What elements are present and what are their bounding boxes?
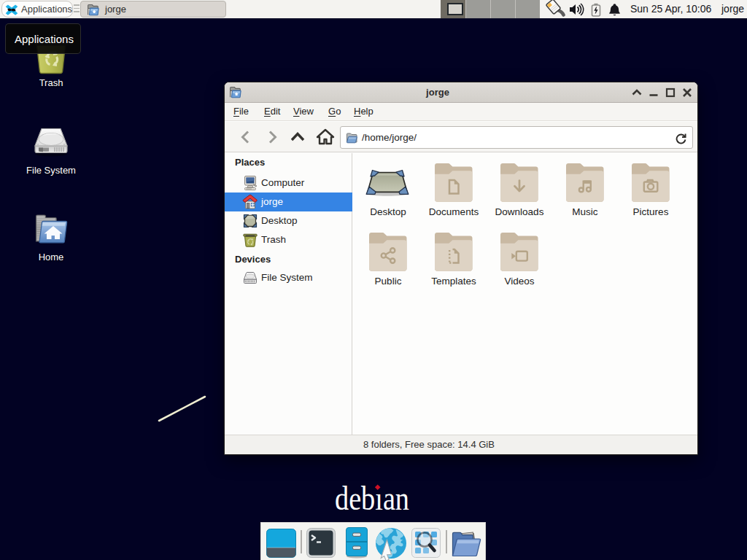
svg-text:debıan: debıan [335,480,409,516]
